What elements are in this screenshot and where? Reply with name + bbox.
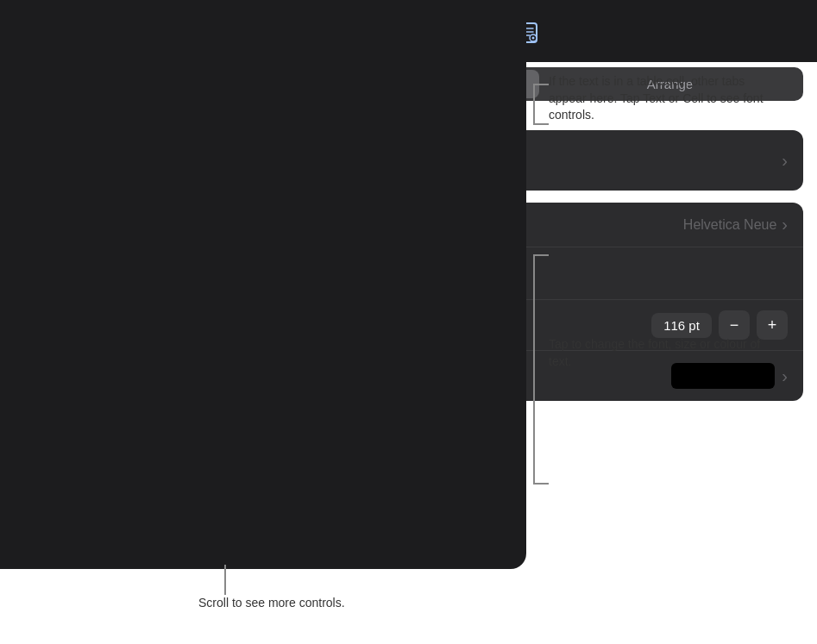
size-increase-button[interactable]: + <box>757 310 788 340</box>
callout-line-tabs-bottom <box>533 123 549 125</box>
callout-tabs-text: If the text is in a table cell, other ta… <box>549 73 773 124</box>
callout-bracket-font <box>533 254 535 483</box>
callout-line-font-bottom <box>533 483 549 485</box>
callout-line-font-top <box>533 254 549 256</box>
paragraph-style-chevron: › <box>782 151 788 171</box>
callout-bracket-top <box>533 84 535 123</box>
colour-chevron: › <box>782 366 788 386</box>
callout-font-text: Tap to change the font, size or colour o… <box>549 336 773 370</box>
callout-scroll-text: Scroll to see more controls. <box>198 595 345 612</box>
panel <box>0 0 526 569</box>
size-decrease-button[interactable]: − <box>719 310 750 340</box>
size-controls: 116 pt − + <box>651 310 788 340</box>
font-value: Helvetica Neue › <box>683 215 788 234</box>
size-value: 116 pt <box>651 313 712 338</box>
callout-scroll-line-v <box>224 565 226 595</box>
svg-point-10 <box>531 37 534 40</box>
callout-line-tabs-top <box>533 84 549 85</box>
